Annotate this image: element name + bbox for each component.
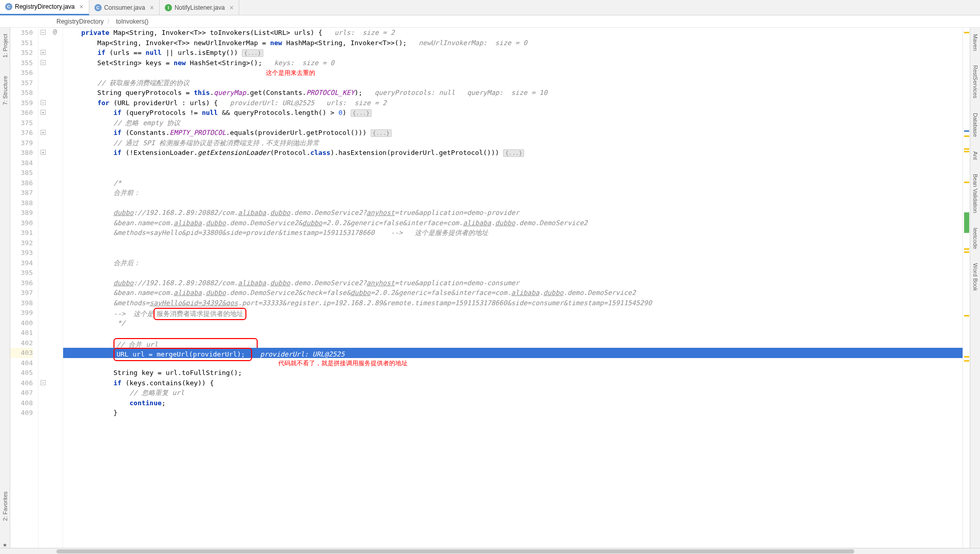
line-number[interactable]: 406 [10, 378, 33, 388]
code-line[interactable]: 合并后： [63, 258, 963, 268]
code-line[interactable]: if (urls == null || urls.isEmpty()) {...… [63, 48, 963, 58]
code-line[interactable]: private Map<String, Invoker<T>> toInvoke… [63, 28, 963, 38]
code-line[interactable]: if (keys.contains(key)) { [63, 378, 963, 388]
code-line[interactable]: String queryProtocols = this.queryMap.ge… [63, 88, 963, 98]
code-line[interactable]: // 合并 url [63, 338, 963, 348]
line-number[interactable]: 386 [10, 178, 33, 188]
code-line[interactable] [63, 268, 963, 278]
editor[interactable]: 3503513523553563573583593603753763793803… [10, 28, 970, 548]
line-number[interactable]: 407 [10, 388, 33, 398]
tool-window-button[interactable]: 2: Favorites [2, 489, 8, 523]
line-number[interactable]: 405 [10, 368, 33, 378]
code-line[interactable]: for (URL providerUrl : urls) { providerU… [63, 98, 963, 108]
error-stripe-mark[interactable] [964, 151, 969, 152]
line-number[interactable]: 398 [10, 298, 33, 308]
line-number[interactable]: 392 [10, 238, 33, 248]
tool-window-button[interactable]: 1: Project [2, 32, 8, 60]
fold-toggle-icon[interactable]: − [41, 100, 46, 105]
fold-toggle-icon[interactable]: + [41, 110, 46, 115]
error-stripe-mark[interactable] [964, 135, 969, 137]
code-line[interactable]: Map<String, Invoker<T>> newUrlInvokerMap… [63, 38, 963, 48]
code-line[interactable]: &bean.name=com.alibaba.dubbo.demo.DemoSe… [63, 218, 963, 228]
line-number[interactable]: 399 [10, 308, 33, 318]
line-number[interactable]: 360 [10, 108, 33, 118]
line-number[interactable]: 357 [10, 78, 33, 88]
code-line[interactable]: /* [63, 178, 963, 188]
error-stripe-mark[interactable] [964, 248, 969, 250]
line-number[interactable]: 385 [10, 168, 33, 178]
tool-window-button[interactable]: Bean Validation [972, 172, 978, 215]
line-number[interactable]: 358 [10, 88, 33, 98]
tool-window-button[interactable]: RestServices [972, 63, 978, 101]
line-number[interactable]: 388 [10, 198, 33, 208]
code-line[interactable]: 这个是用来去重的 [63, 68, 963, 78]
line-number[interactable]: 408 [10, 398, 33, 408]
error-stripe-mark[interactable] [964, 212, 969, 233]
code-line[interactable]: &methods=sayHello&pid=33800&side=provide… [63, 228, 963, 238]
fold-toggle-icon[interactable]: − [41, 60, 46, 65]
code-line[interactable]: if (!ExtensionLoader.getExtensionLoader(… [63, 148, 963, 158]
code-line[interactable]: 代码就不看了，就是拼接调用服务提供者的地址 [63, 358, 963, 368]
error-stripe-mark[interactable] [964, 356, 969, 358]
code-line[interactable]: String key = url.toFullString(); [63, 368, 963, 378]
line-number[interactable]: 359 [10, 98, 33, 108]
editor-tab[interactable]: INotifyListener.java× [160, 0, 239, 15]
close-icon[interactable]: × [229, 4, 234, 12]
line-number[interactable]: 352 [10, 48, 33, 58]
line-number[interactable]: 379 [10, 138, 33, 148]
close-icon[interactable]: × [79, 3, 83, 11]
editor-tab[interactable]: CRegistryDirectory.java× [0, 0, 89, 15]
code-line[interactable]: dubbo://192.168.2.89:20882/com.alibaba.d… [63, 208, 963, 218]
error-stripe-mark[interactable] [964, 148, 969, 150]
scroll-thumb[interactable] [56, 549, 854, 553]
code-line[interactable] [63, 248, 963, 258]
line-number[interactable]: 384 [10, 158, 33, 168]
code-line[interactable]: // 获取服务消费端配置的协议 [63, 78, 963, 88]
code-line[interactable]: Set<String> keys = new HashSet<String>()… [63, 58, 963, 68]
code-line[interactable]: } [63, 408, 963, 418]
fold-column[interactable]: @ −+−−+++− [39, 28, 63, 548]
line-number[interactable]: 350 [10, 28, 33, 38]
marker-strip[interactable] [963, 28, 970, 548]
code-line[interactable] [63, 198, 963, 208]
editor-tab[interactable]: CConsumer.java× [89, 0, 160, 15]
line-number[interactable]: 351 [10, 38, 33, 48]
line-number[interactable]: 400 [10, 318, 33, 328]
line-number[interactable]: 403 [10, 348, 33, 358]
line-number[interactable]: 389 [10, 208, 33, 218]
code-line[interactable]: // 通过 SPI 检测服务端协议是否被消费端支持，不支持则抛出异常 [63, 138, 963, 148]
line-number[interactable]: 395 [10, 268, 33, 278]
line-number[interactable]: 397 [10, 288, 33, 298]
line-number[interactable]: 401 [10, 328, 33, 338]
code-line[interactable]: if (Constants.EMPTY_PROTOCOL.equals(prov… [63, 128, 963, 138]
code-line[interactable]: */ [63, 318, 963, 328]
code-line[interactable] [63, 328, 963, 338]
code-line[interactable]: 合并前： [63, 188, 963, 198]
line-number[interactable]: 391 [10, 228, 33, 238]
line-number[interactable]: 376 [10, 128, 33, 138]
line-number[interactable]: 356 [10, 68, 33, 78]
error-stripe-mark[interactable] [964, 251, 969, 253]
code-line[interactable]: if (queryProtocols != null && queryProto… [63, 108, 963, 118]
line-number[interactable]: 355 [10, 58, 33, 68]
line-number[interactable]: 380 [10, 148, 33, 158]
breadcrumb-item[interactable]: RegistryDirectory [56, 18, 104, 25]
code-line[interactable]: &methods=sayHello&pid=34392&qos.port=333… [63, 298, 963, 308]
code-line[interactable]: // 忽略重复 url [63, 388, 963, 398]
line-number[interactable]: 404 [10, 358, 33, 368]
line-number[interactable]: 409 [10, 408, 33, 418]
error-stripe-mark[interactable] [964, 130, 969, 132]
error-stripe-mark[interactable] [964, 315, 969, 316]
tool-window-button[interactable]: leetcode [972, 226, 978, 251]
fold-toggle-icon[interactable]: + [41, 150, 46, 155]
code-line[interactable]: // 忽略 empty 协议 [63, 118, 963, 128]
line-number[interactable]: 393 [10, 248, 33, 258]
error-stripe-mark[interactable] [964, 32, 969, 33]
code-line[interactable]: URL url = mergeUrl(providerUrl); provide… [63, 348, 963, 358]
error-stripe-mark[interactable] [964, 360, 969, 362]
tool-window-button[interactable]: Database [972, 111, 978, 139]
line-number[interactable]: 387 [10, 188, 33, 198]
code-line[interactable]: &bean.name=com.alibaba.dubbo.demo.DemoSe… [63, 288, 963, 298]
code-area[interactable]: private Map<String, Invoker<T>> toInvoke… [63, 28, 963, 548]
horizontal-scrollbar[interactable] [0, 548, 980, 554]
